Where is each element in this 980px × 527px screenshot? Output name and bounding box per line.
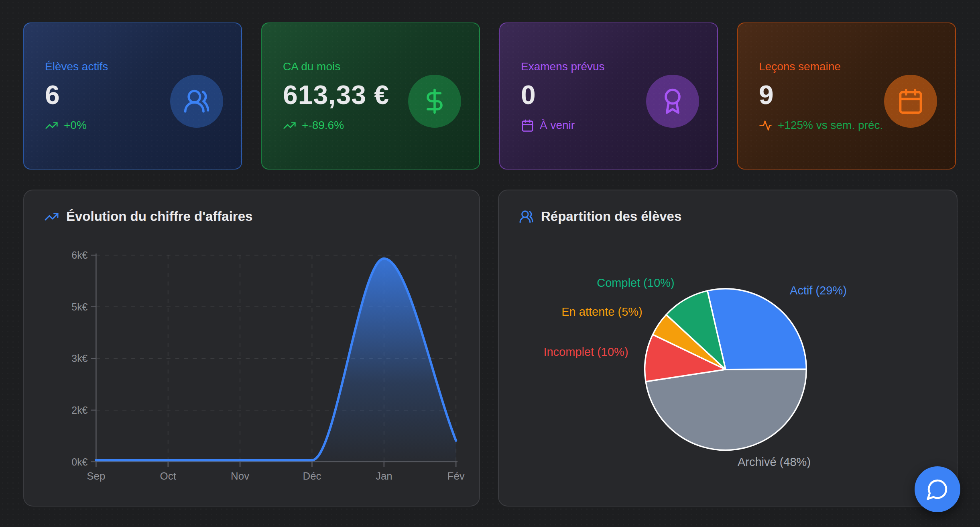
pie-label-complet: Complet (10%) <box>597 276 674 290</box>
stat-trend-text: +-89.6% <box>302 119 344 132</box>
award-icon <box>659 88 686 115</box>
revenue-chart-title-text: Évolution du chiffre d'affaires <box>66 209 252 224</box>
trending-up-icon <box>283 119 296 132</box>
trending-up-icon <box>45 119 58 132</box>
stat-icon-circle <box>408 75 461 128</box>
dashboard-page: { "cards": [ { "label": "Élèves actifs",… <box>0 0 980 527</box>
stat-label: CA du mois <box>283 60 458 73</box>
svg-text:2k€: 2k€ <box>71 404 87 416</box>
users-round-icon <box>183 88 210 115</box>
svg-text:6k€: 6k€ <box>71 249 87 261</box>
dollar-sign-icon <box>421 88 448 115</box>
pie-label-archive: Archivé (48%) <box>738 456 811 469</box>
pie-label-incomplet: Incomplet (10%) <box>543 345 628 359</box>
trending-up-icon <box>44 209 59 224</box>
stat-card-ca-du-mois: CA du mois 613,33 € +-89.6% <box>261 22 480 170</box>
svg-text:Fév: Fév <box>447 470 465 482</box>
revenue-chart-title: Évolution du chiffre d'affaires <box>44 209 252 224</box>
stat-label: Examens prévus <box>521 60 696 73</box>
stat-card-examens-prevus: Examens prévus 0 À venir <box>499 22 718 170</box>
stat-cards-row: Élèves actifs 6 +0% CA du mois 613,33 € … <box>23 22 956 170</box>
message-circle-icon <box>926 478 949 501</box>
pie-label-actif: Actif (29%) <box>790 284 847 297</box>
stat-card-eleves-actifs: Élèves actifs 6 +0% <box>23 22 242 170</box>
stat-card-lecons-semaine: Leçons semaine 9 +125% vs sem. préc. <box>737 22 956 170</box>
svg-text:Jan: Jan <box>376 470 392 482</box>
svg-text:Oct: Oct <box>160 470 176 482</box>
stat-trend-text: +0% <box>64 119 87 132</box>
svg-text:0k€: 0k€ <box>71 456 87 468</box>
stat-trend-text: +125% vs sem. préc. <box>778 119 883 132</box>
svg-text:Sep: Sep <box>87 470 105 482</box>
students-chart-title: Répartition des élèves <box>519 209 681 224</box>
stat-trend-text: À venir <box>540 119 575 132</box>
svg-text:3k€: 3k€ <box>71 353 87 364</box>
calendar-icon <box>897 88 924 115</box>
svg-text:Nov: Nov <box>231 470 249 482</box>
svg-text:5k€: 5k€ <box>71 301 87 313</box>
stat-label: Élèves actifs <box>45 60 220 73</box>
svg-text:Déc: Déc <box>303 470 321 482</box>
students-chart-title-text: Répartition des élèves <box>541 209 681 224</box>
stat-icon-circle <box>646 75 699 128</box>
chat-button[interactable] <box>915 466 960 512</box>
activity-icon <box>759 119 772 132</box>
users-round-icon <box>519 209 534 224</box>
revenue-chart-panel: Évolution du chiffre d'affaires 6k€5k€3k… <box>23 190 480 507</box>
stat-label: Leçons semaine <box>759 60 934 73</box>
stat-icon-circle <box>170 75 223 128</box>
stat-icon-circle <box>884 75 937 128</box>
pie-label-en-attente: En attente (5%) <box>561 305 642 319</box>
revenue-area-chart[interactable]: 6k€5k€3k€2k€0k€SepOctNovDécJanFév <box>24 190 479 506</box>
students-chart-panel: Répartition des élèves Actif (29%) Archi… <box>498 190 958 507</box>
calendar-icon <box>521 119 534 132</box>
